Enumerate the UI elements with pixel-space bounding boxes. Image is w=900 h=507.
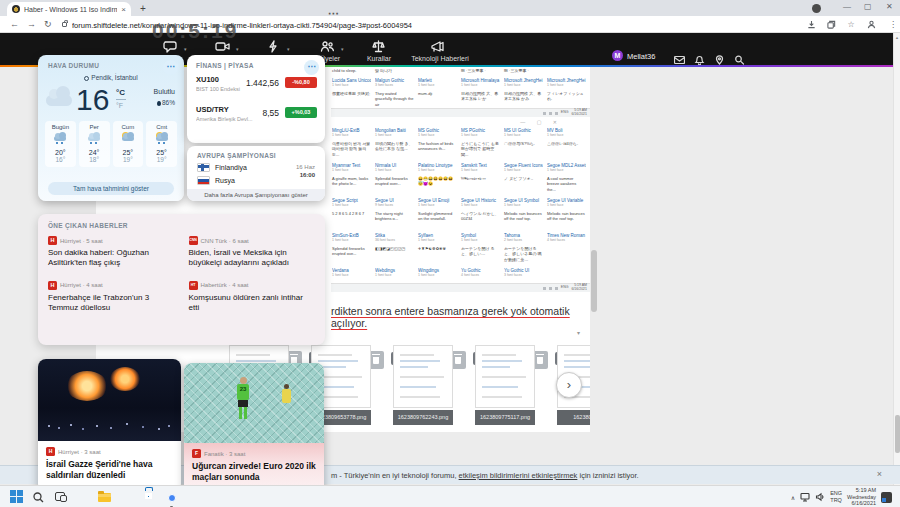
chat-caret-icon[interactable]: ▾ xyxy=(184,46,187,52)
font-tile[interactable]: Segoe Script1 font face xyxy=(331,197,374,210)
font-tile[interactable] xyxy=(546,267,589,280)
card-headline[interactable]: İsrail Gazze Şeridi'ne hava saldırıları … xyxy=(46,459,173,482)
new-tab-button[interactable]: + xyxy=(140,3,146,14)
attachment-thumbnail[interactable] xyxy=(393,345,453,408)
back-button[interactable]: ← xyxy=(10,19,19,29)
tech-news-icon[interactable] xyxy=(430,39,446,53)
forecast-day[interactable]: Cum25°19° xyxy=(113,121,144,167)
font-tile[interactable]: Verdana1 font face xyxy=(331,267,374,280)
chrome-icon[interactable] xyxy=(164,490,178,504)
font-tile[interactable]: SimSun-ExtB1 font face xyxy=(331,232,374,245)
news-headline[interactable]: Son dakika haberi: Oğuzhan Asiltürk'ten … xyxy=(48,248,175,269)
font-tile[interactable]: Segoe UI Symbol1 font face xyxy=(503,197,546,210)
edge-icon[interactable] xyxy=(120,490,134,504)
font-tile[interactable]: MS PGothic1 font face xyxy=(460,127,503,140)
widgets-icon[interactable] xyxy=(76,490,90,504)
notification-close-icon[interactable]: × xyxy=(877,469,882,479)
news-image-card[interactable]: 23 FFanatik · 3 saat Uğurcan zirvede! Eu… xyxy=(184,363,324,497)
clock[interactable]: 5:19 AMWednesday6/16/2021 xyxy=(847,487,876,507)
attachment[interactable]: 1623809775117.png xyxy=(475,345,535,425)
font-tile[interactable]: Symbol1 font face xyxy=(460,232,503,245)
reload-button[interactable]: ↻ xyxy=(44,19,52,29)
sports-widget[interactable]: AVRUPA ŞAMPİYONASI Finlandiya Rusya 16 H… xyxy=(187,146,325,201)
font-tile[interactable]: Times New Roman4 font faces xyxy=(546,232,589,245)
username[interactable]: Mellat36 xyxy=(627,52,655,61)
nav-label-tech-news[interactable]: Teknoloji Haberleri xyxy=(411,55,469,62)
taskbar-search-icon[interactable] xyxy=(32,490,46,504)
news-item[interactable]: CNNCNN Türk · 6 saatBiden, İsrail ve Mek… xyxy=(189,236,316,269)
editor-scroll-arrow[interactable]: ▾ xyxy=(577,329,580,336)
volume-icon[interactable] xyxy=(815,488,825,506)
font-tile[interactable]: Segoe UI Emoji1 font face xyxy=(417,197,460,210)
forecast-day[interactable]: Cmt25°19° xyxy=(146,121,177,167)
language-indicator[interactable]: ENGTRQ xyxy=(830,490,842,503)
members-icon[interactable] xyxy=(320,39,336,53)
finance-menu-icon[interactable]: ⋯ xyxy=(304,60,319,75)
search-icon[interactable] xyxy=(734,51,746,62)
weather-widget[interactable]: HAVA DURUMU ⋯ Pendik, İstanbul 16 °C °F … xyxy=(38,55,184,201)
finance-row[interactable]: XU100BIST 100 Endeksi1.442,56-%0,80 xyxy=(196,75,317,99)
tab-group-icon[interactable] xyxy=(826,20,836,30)
attachments-next-button[interactable]: › xyxy=(556,372,582,398)
font-tile[interactable]: Segoe MDL2 Assets1 font face xyxy=(546,162,589,175)
font-tile[interactable]: Tahoma2 font faces xyxy=(503,232,546,245)
messages-envelope-icon[interactable] xyxy=(674,51,686,62)
lightning-caret-icon[interactable]: ▾ xyxy=(287,46,290,52)
font-tile[interactable]: Microsoft JhengHei UI1 font face xyxy=(546,77,589,90)
tray-chevron-icon[interactable]: ∧ xyxy=(791,494,795,501)
font-tile[interactable]: Microsoft JhengHei1 font face xyxy=(503,77,546,90)
font-tile[interactable]: Yu Gothic4 font faces xyxy=(460,267,503,280)
font-tile[interactable]: Malgun Gothic3 font faces xyxy=(374,77,417,90)
news-item[interactable]: HHürriyet · 5 saatSon dakika haberi: Oğu… xyxy=(48,236,175,269)
browser-scrollbar[interactable]: ▲ xyxy=(893,33,900,485)
font-tile[interactable]: Sylfaen1 font face xyxy=(417,232,460,245)
finance-row[interactable]: USD/TRYAmerika Birleşik Devl...8,55+%0,0… xyxy=(196,105,317,129)
unit-fahrenheit[interactable]: °F xyxy=(116,102,130,109)
store-icon[interactable] xyxy=(142,490,156,504)
media-caret-icon[interactable]: ▾ xyxy=(236,46,239,52)
font-tile[interactable]: Sanskrit Text1 font face xyxy=(460,162,503,175)
browser-scrollbar-thumb[interactable] xyxy=(895,415,900,453)
font-tile[interactable]: MS UI Gothic1 font face xyxy=(503,127,546,140)
weather-menu-icon[interactable]: ⋯ xyxy=(163,60,178,75)
news-headline[interactable]: Biden, İsrail ve Meksika için büyükelçi … xyxy=(189,248,316,269)
news-image-card[interactable]: HHürriyet · 3 saat İsrail Gazze Şeridi'n… xyxy=(38,359,181,492)
ssl-lock-icon[interactable] xyxy=(62,22,67,27)
font-tile[interactable]: Palatino Linotype1 font face xyxy=(417,162,460,175)
font-tile[interactable]: Segoe UI9 font faces xyxy=(374,197,417,210)
download-icon[interactable] xyxy=(806,20,816,30)
font-tile[interactable]: Sitka36 font faces xyxy=(374,232,417,245)
font-tile[interactable]: Yu Gothic UI3 font faces xyxy=(503,267,546,280)
notification-center-icon[interactable] xyxy=(881,492,892,503)
start-button[interactable] xyxy=(10,490,24,504)
news-item[interactable]: HTHabertürk · 4 saatKomşusunu öldüren za… xyxy=(189,281,316,314)
tab-close-icon[interactable]: × xyxy=(121,5,126,14)
font-tile[interactable]: Segoe Fluent Icons1 font face xyxy=(503,162,546,175)
unit-toggle[interactable]: °C °F xyxy=(116,88,130,109)
forward-button[interactable]: → xyxy=(27,19,36,29)
notification-link[interactable]: etkileşim bildirimlerini etkinleştirmek xyxy=(459,471,578,480)
user-avatar[interactable]: M xyxy=(612,50,623,61)
news-headline[interactable]: Komşusunu öldüren zanlı intihar etti xyxy=(189,293,316,314)
window-close-button[interactable]: ✕ xyxy=(886,2,893,11)
window-maximize-button[interactable]: ▢ xyxy=(864,2,872,11)
forecast-day[interactable]: Per24°18° xyxy=(79,121,110,167)
scrollbar-up-arrow[interactable]: ▲ xyxy=(894,35,900,40)
sports-footer-link[interactable]: Daha fazla Avrupa Şampiyonası göster xyxy=(187,189,325,201)
lightning-icon[interactable] xyxy=(266,39,282,53)
font-tile[interactable]: MingLiU-ExtB1 font face xyxy=(331,127,374,140)
font-tile[interactable]: MV Boli1 font face xyxy=(546,127,589,140)
font-tile[interactable]: Segoe UI Historic1 font face xyxy=(460,197,503,210)
font-tile[interactable]: MS Gothic1 font face xyxy=(417,127,460,140)
network-icon[interactable] xyxy=(800,488,810,506)
nav-label-rules[interactable]: Kurallar xyxy=(367,55,391,62)
font-tile[interactable]: Microsoft Himalaya1 font face xyxy=(460,77,503,90)
browser-tab[interactable]: Haber - Windows 11 Iso Indirme × xyxy=(7,2,131,16)
rules-scales-icon[interactable] xyxy=(371,39,387,53)
font-tile[interactable]: Myanmar Text1 font face xyxy=(331,162,374,175)
font-tile[interactable]: Webdings1 font face xyxy=(374,267,417,280)
font-tile[interactable]: Wingdings1 font face xyxy=(417,267,460,280)
location-pin-icon[interactable] xyxy=(714,51,726,62)
font-tile[interactable]: Segoe UI Variable1 font face xyxy=(546,197,589,210)
font-tile[interactable]: Lucida Sans Unicode1 font face xyxy=(331,77,374,90)
